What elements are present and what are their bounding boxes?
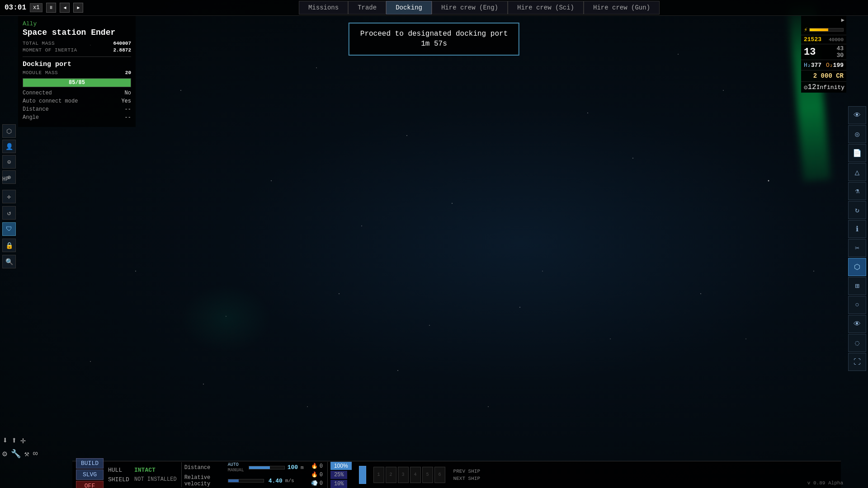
- crosshair-icon[interactable]: ✛: [20, 435, 26, 446]
- left-sidebar: ⬡ 👤 ⊙ ⊚: [0, 16, 18, 184]
- weapon-slots: 1 2 3 4 5 6: [371, 467, 448, 483]
- shield-icon[interactable]: 🛡: [2, 222, 16, 236]
- bottom-hud: BUILD SLVG OFF HULL INTACT SHIELD NOT IN…: [72, 461, 841, 488]
- sidebar-crew-icon[interactable]: 👤: [2, 140, 16, 153]
- upload-icon[interactable]: ⬆: [11, 435, 17, 446]
- velocity-label: Relative velocity: [184, 474, 225, 487]
- tab-hire-crew-eng[interactable]: Hire crew (Eng): [432, 1, 508, 14]
- weapon-slot-2[interactable]: 2: [386, 467, 396, 483]
- velocity-bar-fill: [228, 479, 239, 482]
- sidebar-target1-icon[interactable]: ⊙: [2, 155, 16, 169]
- speed-bar-area: [356, 466, 369, 484]
- prevship-label[interactable]: PREV SHIP: [453, 469, 480, 474]
- fire-icon-3: 💨: [311, 480, 318, 487]
- tab-docking[interactable]: Docking: [386, 1, 432, 14]
- slvg-button[interactable]: SLVG: [76, 469, 104, 480]
- right-icon-doc[interactable]: 📄: [848, 144, 866, 162]
- action-icons-column: ✛ ↺ 🛡 🔒 🔍: [2, 190, 16, 268]
- right-icon-triangle[interactable]: △: [848, 163, 866, 181]
- angle-label: Angle: [23, 114, 39, 121]
- crew-ammo-row: ⚙ 12 Infinity: [801, 82, 846, 93]
- right-icon-active-blue[interactable]: ⬡: [848, 258, 866, 276]
- weapon-slot-3[interactable]: 3: [398, 467, 409, 483]
- credits-row: 2 000 CR: [801, 70, 846, 82]
- pct-100-button[interactable]: 100%: [330, 462, 352, 470]
- angle-value: --: [125, 114, 131, 121]
- ammo-infinity-value: Infinity: [816, 84, 844, 91]
- weapon-slot-6[interactable]: 6: [434, 467, 445, 483]
- nextship-label[interactable]: NEXT SHIP: [453, 476, 480, 481]
- tab-missions[interactable]: Missions: [299, 1, 348, 14]
- lightning-icon: ⚡: [804, 26, 807, 33]
- weapon-slot-4[interactable]: 4: [410, 467, 421, 483]
- h2-o2-row: H₂377 O₂199: [801, 60, 846, 70]
- shield-row: SHIELD NOT INSTALLED: [108, 476, 177, 483]
- nav-forward-button[interactable]: ▶: [73, 3, 83, 13]
- right-icon-circle2[interactable]: ○: [848, 296, 866, 314]
- right-icon-eye1[interactable]: 👁: [848, 106, 866, 124]
- pct-10-label: 10%: [330, 480, 348, 488]
- right-icon-scissors[interactable]: ✂: [848, 239, 866, 257]
- tab-trade[interactable]: Trade: [348, 1, 386, 14]
- fire-icon-2: 🔥: [311, 471, 318, 478]
- module-mass-value: 20: [125, 70, 131, 75]
- lock-icon[interactable]: 🔒: [2, 239, 16, 252]
- nav-back-button[interactable]: ◀: [60, 3, 70, 13]
- right-icon-eye2[interactable]: 👁: [848, 315, 866, 333]
- distance-nav-label: Distance: [184, 465, 225, 471]
- weapon-slot-1[interactable]: 1: [373, 467, 384, 483]
- right-icon-flask[interactable]: ⚗: [848, 182, 866, 200]
- weapon-slot-5[interactable]: 5: [422, 467, 433, 483]
- right-icon-circle3[interactable]: ◌: [848, 334, 866, 352]
- energy-max: 40000: [829, 37, 844, 42]
- hammer-icon[interactable]: ⚒: [24, 449, 29, 459]
- credits-value: 2 000 CR: [813, 72, 844, 80]
- ship-nav: PREV SHIP NEXT SHIP: [450, 469, 484, 481]
- right-icon-info[interactable]: ℹ: [848, 220, 866, 238]
- gear-icon[interactable]: ⚙: [2, 449, 7, 459]
- tab-hire-crew-gun[interactable]: Hire crew (Gun): [584, 1, 660, 14]
- expand-button[interactable]: ▶: [841, 17, 844, 23]
- right-icon-refresh[interactable]: ↻: [848, 201, 866, 219]
- velocity-unit: m/s: [285, 478, 294, 483]
- download-icon[interactable]: ⬇: [2, 435, 8, 446]
- fire-row-1: 🔥 0: [311, 463, 323, 469]
- build-button[interactable]: BUILD: [76, 458, 104, 469]
- hull-row: HULL INTACT: [108, 467, 177, 474]
- hull-status: INTACT: [134, 467, 156, 474]
- auto-connect-row: Auto connect mode Yes: [23, 98, 131, 104]
- right-icon-resize[interactable]: ⛶: [848, 353, 866, 371]
- moment-inertia-row: MOMENT OF INERTIA 2.8872: [23, 47, 131, 53]
- manual-label: MANUAL: [228, 468, 244, 473]
- left-panel: Ally Space station Ender TOTAL MASS 6400…: [18, 16, 136, 127]
- rotate-icon[interactable]: ↺: [2, 206, 16, 220]
- h2-value: 377: [811, 62, 821, 69]
- pct-10-row: 10%: [330, 480, 352, 488]
- sidebar-cube-icon[interactable]: ⬡: [2, 124, 16, 138]
- tab-hire-crew-sci[interactable]: Hire crew (Sci): [508, 1, 584, 14]
- speed-badge[interactable]: x1: [30, 3, 42, 12]
- energy-current: 21523: [804, 36, 821, 43]
- hp-max: 85: [79, 80, 85, 86]
- wrench-icon[interactable]: 🔧: [11, 449, 21, 459]
- mission-text-line2: 1m 57s: [360, 39, 508, 49]
- distance-value: --: [125, 106, 131, 113]
- pause-button[interactable]: ⏸: [46, 3, 56, 13]
- search-icon[interactable]: 🔍: [2, 255, 16, 268]
- off-button[interactable]: OFF: [76, 481, 104, 488]
- right-icon-grid[interactable]: ⊞: [848, 277, 866, 295]
- moment-value: 2.8872: [113, 47, 131, 53]
- move-icon[interactable]: ✛: [2, 190, 16, 203]
- energy-bar-row: ⚡: [801, 24, 846, 35]
- fire-row-3: 💨 0: [311, 480, 323, 487]
- total-mass-value: 640007: [113, 41, 131, 46]
- fire-val-2: 0: [320, 472, 323, 478]
- right-icon-circle[interactable]: ◎: [848, 125, 866, 143]
- velocity-display-row: Relative velocity 4.40 m/s: [184, 474, 304, 487]
- energy-bar: [809, 28, 844, 32]
- distance-bar-fill: [249, 466, 270, 469]
- distance-unit: m: [301, 465, 304, 470]
- connected-label: Connected: [23, 90, 52, 96]
- build-mode-col: BUILD SLVG OFF: [76, 458, 104, 488]
- infinity-icon[interactable]: ∞: [33, 449, 38, 458]
